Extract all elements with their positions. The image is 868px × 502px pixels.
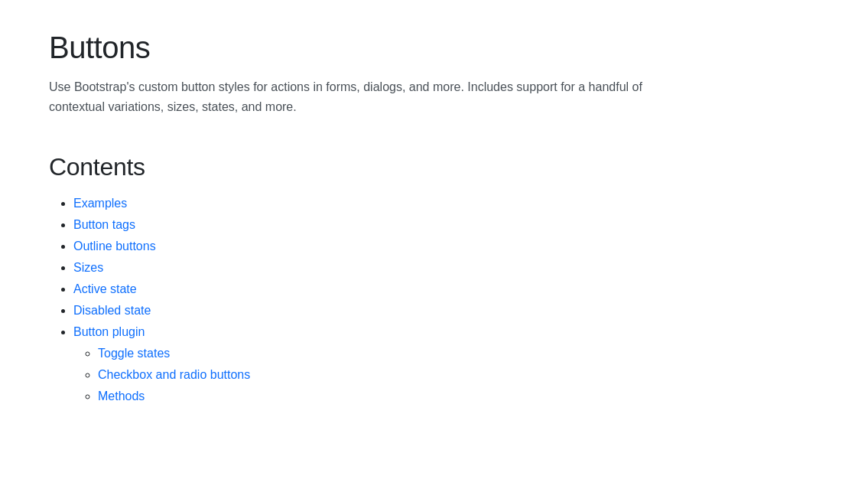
contents-link[interactable]: Outline buttons (73, 240, 156, 253)
contents-link[interactable]: Button plugin (73, 325, 145, 338)
page-description: Use Bootstrap's custom button styles for… (49, 77, 645, 116)
list-item: Button pluginToggle statesCheckbox and r… (73, 325, 819, 403)
contents-link[interactable]: Sizes (73, 261, 103, 274)
list-item: Active state (73, 282, 819, 296)
list-item: Outline buttons (73, 240, 819, 253)
list-item: Button tags (73, 218, 819, 232)
contents-link[interactable]: Button tags (73, 218, 135, 231)
sub-contents-link[interactable]: Checkbox and radio buttons (98, 368, 250, 381)
sub-contents-link[interactable]: Methods (98, 390, 145, 403)
page-title: Buttons (49, 31, 819, 65)
sub-list-item: Methods (98, 390, 819, 403)
contents-link[interactable]: Examples (73, 197, 127, 210)
list-item: Examples (73, 197, 819, 210)
list-item: Disabled state (73, 304, 819, 318)
sub-list-item: Checkbox and radio buttons (98, 368, 819, 382)
sub-list-item: Toggle states (98, 347, 819, 360)
sub-list: Toggle statesCheckbox and radio buttonsM… (80, 347, 819, 403)
list-item: Sizes (73, 261, 819, 275)
contents-link[interactable]: Disabled state (73, 304, 151, 317)
contents-heading: Contents (49, 153, 819, 181)
contents-list: ExamplesButton tagsOutline buttonsSizesA… (55, 197, 819, 403)
sub-contents-link[interactable]: Toggle states (98, 347, 170, 360)
contents-link[interactable]: Active state (73, 282, 137, 295)
